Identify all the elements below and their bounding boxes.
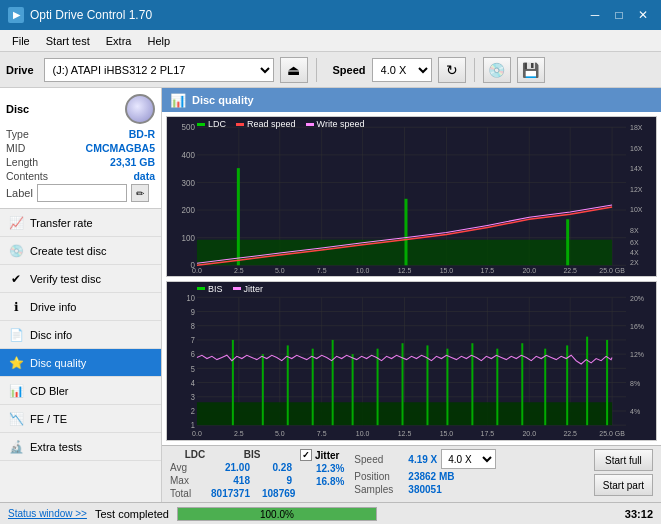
bis-legend-label: BIS xyxy=(208,284,223,294)
svg-text:300: 300 xyxy=(182,178,196,187)
drive-label: Drive xyxy=(6,64,34,76)
ldc-legend-label: LDC xyxy=(208,119,226,129)
app-title: Opti Drive Control 1.70 xyxy=(30,8,152,22)
speed-label: Speed xyxy=(354,454,404,465)
svg-rect-96 xyxy=(262,354,264,425)
right-panel: 📊 Disc quality LDC Read speed xyxy=(162,88,661,502)
type-label: Type xyxy=(6,128,29,140)
svg-text:7: 7 xyxy=(191,335,195,344)
title-bar: ▶ Opti Drive Control 1.70 ─ □ ✕ xyxy=(0,0,661,30)
close-button[interactable]: ✕ xyxy=(633,5,653,25)
speed-label: Speed xyxy=(333,64,366,76)
svg-text:20.0: 20.0 xyxy=(522,428,536,437)
svg-text:8X: 8X xyxy=(630,226,639,233)
start-full-button[interactable]: Start full xyxy=(594,449,653,471)
label-edit-button[interactable]: ✏ xyxy=(131,184,149,202)
refresh-button[interactable]: ↻ xyxy=(438,57,466,83)
svg-text:4X: 4X xyxy=(630,249,639,256)
status-bar: Status window >> Test completed 100.0% 3… xyxy=(0,502,661,524)
disc-info-icon: 📄 xyxy=(8,327,24,343)
chart2-legend: BIS Jitter xyxy=(197,284,263,294)
svg-text:100: 100 xyxy=(182,234,196,243)
disc-button[interactable]: 💿 xyxy=(483,57,511,83)
sidebar-item-cd-bler[interactable]: 📊 CD Bler xyxy=(0,377,161,405)
sidebar-item-disc-quality[interactable]: ⭐ Disc quality xyxy=(0,349,161,377)
jitter-legend-label: Jitter xyxy=(244,284,264,294)
drive-selector[interactable]: (J:) ATAPI iHBS312 2 PL17 xyxy=(44,58,274,82)
svg-text:500: 500 xyxy=(182,123,196,132)
svg-rect-98 xyxy=(312,348,314,425)
svg-text:17.5: 17.5 xyxy=(481,267,495,274)
menu-file[interactable]: File xyxy=(4,33,38,49)
maximize-button[interactable]: □ xyxy=(609,5,629,25)
disc-label-row: Label ✏ xyxy=(6,184,155,202)
eject-button[interactable]: ⏏ xyxy=(280,57,308,83)
minimize-button[interactable]: ─ xyxy=(585,5,605,25)
label-input[interactable] xyxy=(37,184,127,202)
svg-text:12.5: 12.5 xyxy=(398,428,412,437)
svg-text:7.5: 7.5 xyxy=(317,428,327,437)
write-speed-legend-item: Write speed xyxy=(306,119,365,129)
window-controls: ─ □ ✕ xyxy=(585,5,653,25)
svg-text:5.0: 5.0 xyxy=(275,267,285,274)
save-button[interactable]: 💾 xyxy=(517,57,545,83)
length-value: 23,31 GB xyxy=(110,156,155,168)
start-part-button[interactable]: Start part xyxy=(594,474,653,496)
bis-total-value: 108769 xyxy=(262,488,292,499)
svg-rect-45 xyxy=(405,199,408,265)
svg-text:5: 5 xyxy=(191,364,196,373)
sidebar-item-create-test-disc[interactable]: 💿 Create test disc xyxy=(0,237,161,265)
svg-rect-46 xyxy=(566,219,569,265)
stats-bar: LDC BIS Avg 21.00 0.28 Max 418 9 Total 8… xyxy=(162,445,661,502)
sidebar-item-extra-tests[interactable]: 🔬 Extra tests xyxy=(0,433,161,461)
svg-rect-94 xyxy=(197,402,612,425)
charts-area: LDC Read speed Write speed xyxy=(162,112,661,445)
sidebar-item-disc-info[interactable]: 📄 Disc info xyxy=(0,321,161,349)
speed-selector[interactable]: 4.0 X xyxy=(372,58,432,82)
svg-rect-44 xyxy=(237,168,240,265)
svg-text:8%: 8% xyxy=(630,378,641,387)
status-window-button[interactable]: Status window >> xyxy=(8,508,87,519)
ldc-max-value: 418 xyxy=(210,475,250,486)
svg-rect-111 xyxy=(606,339,608,424)
speed-select[interactable]: 4.0 X xyxy=(441,449,496,469)
ldc-legend-color xyxy=(197,123,205,126)
sidebar-item-transfer-rate[interactable]: 📈 Transfer rate xyxy=(0,209,161,237)
menu-start-test[interactable]: Start test xyxy=(38,33,98,49)
bis-avg-value: 0.28 xyxy=(262,462,292,473)
menu-help[interactable]: Help xyxy=(139,33,178,49)
bis-legend-item: BIS xyxy=(197,284,223,294)
sidebar-item-label-create-test-disc: Create test disc xyxy=(30,245,106,257)
sidebar-item-verify-test-disc[interactable]: ✔ Verify test disc xyxy=(0,265,161,293)
sidebar-item-label-cd-bler: CD Bler xyxy=(30,385,69,397)
write-speed-legend-label: Write speed xyxy=(317,119,365,129)
bis-max-value: 9 xyxy=(262,475,292,486)
bis-chart: BIS Jitter xyxy=(166,281,657,442)
mid-value: CMCMAGBA5 xyxy=(86,142,155,154)
menu-extra[interactable]: Extra xyxy=(98,33,140,49)
max-label: Max xyxy=(170,475,198,486)
svg-text:14X: 14X xyxy=(630,165,643,172)
time-display: 33:12 xyxy=(625,508,653,520)
svg-text:2.5: 2.5 xyxy=(234,428,244,437)
current-speed-value: 4.19 X xyxy=(408,454,437,465)
drive-toolbar: Drive (J:) ATAPI iHBS312 2 PL17 ⏏ Speed … xyxy=(0,52,661,88)
svg-rect-106 xyxy=(496,348,498,425)
type-value: BD-R xyxy=(129,128,155,140)
disc-contents-row: Contents data xyxy=(6,170,155,182)
status-text: Test completed xyxy=(95,508,169,520)
jitter-checkbox[interactable]: ✓ xyxy=(300,449,312,461)
sidebar-item-label-transfer-rate: Transfer rate xyxy=(30,217,93,229)
svg-text:3: 3 xyxy=(191,392,196,401)
samples-label: Samples xyxy=(354,484,404,495)
sidebar-item-drive-info[interactable]: ℹ Drive info xyxy=(0,293,161,321)
disc-length-row: Length 23,31 GB xyxy=(6,156,155,168)
main-content: Disc Type BD-R MID CMCMAGBA5 Length 23,3… xyxy=(0,88,661,502)
sidebar: Disc Type BD-R MID CMCMAGBA5 Length 23,3… xyxy=(0,88,162,502)
svg-text:4%: 4% xyxy=(630,406,641,415)
jitter-legend-item: Jitter xyxy=(233,284,264,294)
ldc-total-value: 8017371 xyxy=(210,488,250,499)
avg-label: Avg xyxy=(170,462,198,473)
sidebar-item-fe-te[interactable]: 📉 FE / TE xyxy=(0,405,161,433)
sidebar-item-label-disc-info: Disc info xyxy=(30,329,72,341)
